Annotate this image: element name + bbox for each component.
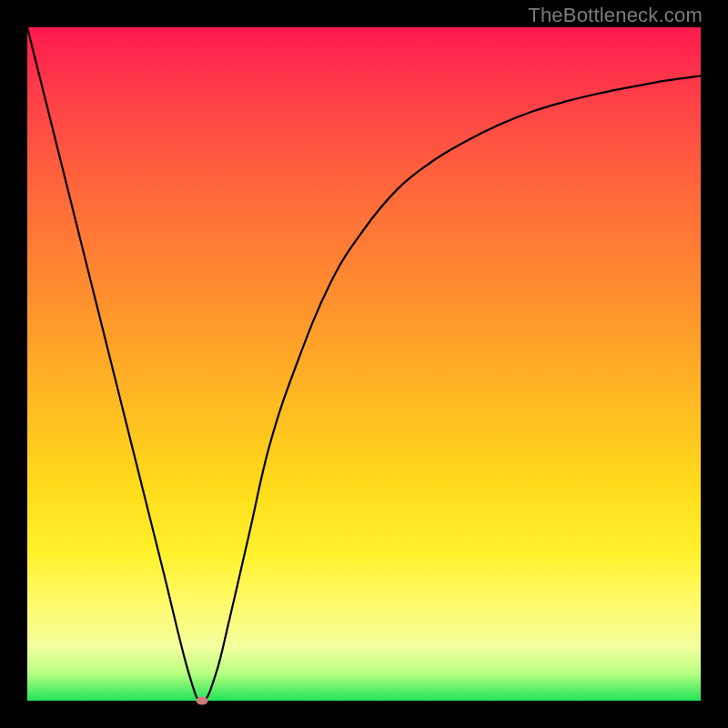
plot-area [27,27,701,701]
minimum-marker [197,697,208,705]
chart-frame: TheBottleneck.com [0,0,728,728]
bottleneck-curve [27,27,701,701]
watermark-text: TheBottleneck.com [528,4,703,27]
